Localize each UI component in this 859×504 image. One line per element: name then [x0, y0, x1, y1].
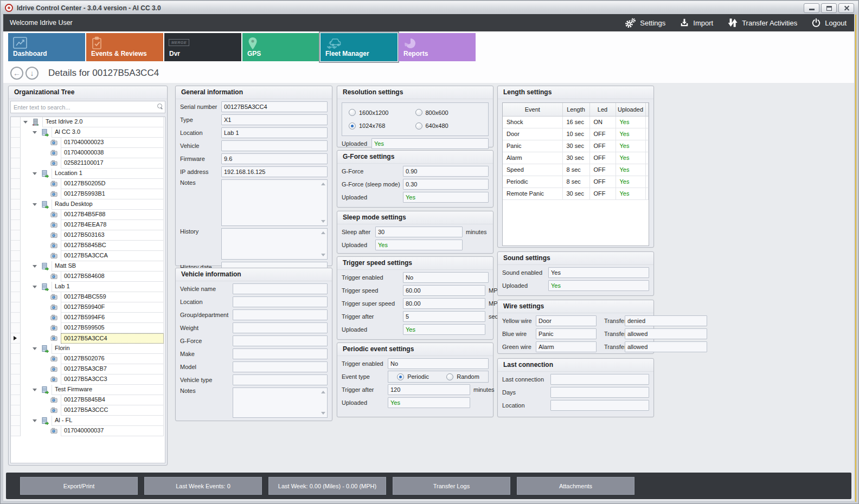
- tree-item-00127b5993b1[interactable]: 00127B5993B1: [11, 189, 165, 199]
- tree-item-025821100017[interactable]: 025821100017: [11, 158, 165, 169]
- table-row[interactable]: Panic30 secOFFYes: [503, 140, 649, 152]
- expand-arrow-icon[interactable]: [33, 203, 37, 206]
- vehicle-name-input[interactable]: [233, 283, 328, 294]
- last-connection-input[interactable]: [550, 374, 649, 385]
- trigger-after-input[interactable]: [388, 384, 470, 395]
- yellow-wire-transfer-input[interactable]: [625, 315, 707, 326]
- transfer-activities-button[interactable]: Transfer Activities: [727, 17, 797, 28]
- scroll-up-icon[interactable]: [321, 391, 325, 393]
- green-wire-input[interactable]: [536, 341, 597, 352]
- make-input[interactable]: [233, 348, 328, 359]
- trigger-super-speed-input[interactable]: [403, 298, 485, 309]
- tab-dvr[interactable]: MERGEDvr: [164, 33, 241, 61]
- export-print-button[interactable]: Export/Print: [20, 477, 138, 495]
- weight-input[interactable]: [233, 322, 328, 333]
- scroll-down-icon[interactable]: [321, 220, 325, 223]
- days-input[interactable]: [550, 387, 649, 398]
- yellow-wire-input[interactable]: [536, 315, 597, 326]
- g-force-input[interactable]: [403, 166, 489, 177]
- tree-item-radu-desktop[interactable]: Radu Desktop: [11, 199, 165, 210]
- tree-item-00127b5845bc[interactable]: 00127B5845BC: [11, 241, 165, 251]
- tree-item-00127b50205d[interactable]: 00127B50205D: [11, 179, 165, 189]
- tree-item-al-cc-3-0[interactable]: Al CC 3.0: [11, 127, 165, 138]
- green-wire-transfer-input[interactable]: [625, 341, 707, 352]
- tree-item-00127b5a3cc4[interactable]: 00127B5A3CC4: [11, 333, 165, 344]
- close-button[interactable]: [838, 3, 854, 13]
- location-input[interactable]: [550, 400, 649, 411]
- blue-wire-input[interactable]: [536, 328, 597, 339]
- tree-item-017040000037[interactable]: 017040000037: [11, 426, 165, 436]
- expand-arrow-icon[interactable]: [33, 347, 37, 350]
- ip-address-input[interactable]: [221, 166, 328, 177]
- maximize-button[interactable]: [821, 3, 837, 13]
- tree-item-00127b5845b4[interactable]: 00127B5845B4: [11, 395, 165, 405]
- blue-wire-transfer-input[interactable]: [625, 328, 707, 339]
- last-week-events-0-button[interactable]: Last Week Events: 0: [144, 477, 262, 495]
- g-force-sleep-mode-input[interactable]: [403, 179, 489, 190]
- tree-search-input[interactable]: [10, 101, 165, 113]
- location-input[interactable]: [233, 296, 328, 307]
- vehicle-type-input[interactable]: [233, 374, 328, 385]
- tab-dashboard[interactable]: Dashboard: [8, 33, 85, 61]
- tree-item-location-1[interactable]: Location 1: [11, 169, 165, 179]
- scroll-up-icon[interactable]: [321, 183, 325, 185]
- vehicle-input[interactable]: [221, 140, 328, 151]
- scroll-down-icon[interactable]: [321, 412, 325, 415]
- table-row[interactable]: Periodic8 secOFFYes: [503, 176, 649, 188]
- logout-button[interactable]: Logout: [811, 18, 847, 28]
- tree-item-lab-1[interactable]: Lab 1: [11, 282, 165, 292]
- tree-item-00127b5994f6[interactable]: 00127B5994F6: [11, 313, 165, 323]
- table-row[interactable]: Alarm30 secOFFYes: [503, 152, 649, 164]
- tree-item-00127b599505[interactable]: 00127B599505: [11, 323, 165, 333]
- tree-item-00127b502076[interactable]: 00127B502076: [11, 354, 165, 364]
- expand-arrow-icon[interactable]: [33, 172, 37, 175]
- tree-item-017040000038[interactable]: 017040000038: [11, 148, 165, 158]
- table-row[interactable]: Speed8 secOFFYes: [503, 164, 649, 176]
- tree-item-00127b4eea78[interactable]: 00127B4EEA78: [11, 220, 165, 230]
- tree-item-00127b5a3ccc[interactable]: 00127B5A3CCC: [11, 405, 165, 416]
- last-week-0-00-miles-0-00-mph-button[interactable]: Last Week: 0.00 (Miles) - 0.00 (MPH): [268, 477, 386, 495]
- tree-item-florin[interactable]: Florin: [11, 344, 165, 354]
- tree-item-00127b5a3cca[interactable]: 00127B5A3CCA: [11, 251, 165, 261]
- uploaded-input[interactable]: [548, 280, 649, 291]
- history-textarea[interactable]: [221, 228, 328, 260]
- radio-640x480[interactable]: 640x480: [415, 122, 482, 130]
- trigger-after-input[interactable]: [403, 311, 485, 322]
- transfer-logs-button[interactable]: Transfer Logs: [393, 477, 510, 495]
- uploaded-input[interactable]: [388, 397, 470, 408]
- location-input[interactable]: [221, 127, 328, 138]
- tree-item-00127b4bc559[interactable]: 00127B4BC559: [11, 292, 165, 302]
- radio-1024x768[interactable]: 1024x768: [349, 122, 415, 130]
- sound-enabled-input[interactable]: [548, 267, 649, 278]
- trigger-speed-input[interactable]: [403, 285, 485, 296]
- scroll-down-button[interactable]: ↓: [25, 67, 39, 80]
- expand-arrow-icon[interactable]: [33, 286, 37, 288]
- notes-textarea[interactable]: [221, 179, 328, 226]
- tab-reports[interactable]: Reports: [399, 33, 476, 61]
- tab-gps[interactable]: GPS: [242, 33, 319, 61]
- group-department-input[interactable]: [233, 309, 328, 320]
- tab-fleet-manager[interactable]: Fleet Manager: [320, 33, 398, 61]
- serial-number-input[interactable]: [221, 101, 328, 112]
- g-force-input[interactable]: [233, 335, 328, 346]
- expand-arrow-icon[interactable]: [33, 389, 37, 391]
- uploaded-input[interactable]: [403, 192, 489, 203]
- table-row[interactable]: Door10 secOFFYes: [503, 128, 649, 140]
- tree-item-00127b59940f[interactable]: 00127B59940F: [11, 302, 165, 313]
- import-button[interactable]: Import: [679, 18, 713, 28]
- expand-arrow-icon[interactable]: [23, 121, 28, 124]
- radio-1600x1200[interactable]: 1600x1200: [349, 109, 415, 116]
- scroll-up-icon[interactable]: [321, 231, 325, 234]
- sleep-after-input[interactable]: [375, 227, 463, 237]
- type-input[interactable]: [221, 114, 328, 125]
- trigger-enabled-input[interactable]: [403, 272, 489, 283]
- model-input[interactable]: [233, 361, 328, 372]
- table-row[interactable]: Remote Panic30 secOFFYes: [503, 188, 649, 199]
- uploaded-input[interactable]: [403, 324, 485, 335]
- scroll-down-icon[interactable]: [321, 254, 325, 256]
- uploaded-input[interactable]: [371, 138, 489, 149]
- notes-textarea[interactable]: [233, 387, 328, 418]
- minimize-button[interactable]: [804, 3, 819, 13]
- table-row[interactable]: Shock16 secONYes: [503, 116, 649, 128]
- tree-item-al-fl[interactable]: Al - FL: [11, 416, 165, 426]
